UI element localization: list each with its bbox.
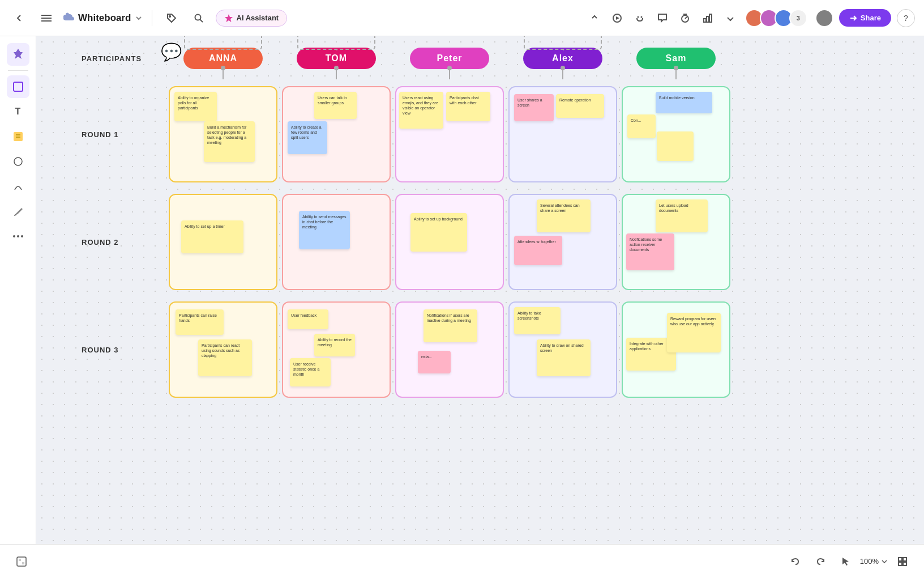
tom-round2-cell: Ability to send messages in chat before … — [282, 194, 391, 290]
cursor-button[interactable] — [835, 551, 855, 572]
help-label: ? — [904, 14, 908, 23]
note[interactable]: Ability to organize polls for all partic… — [174, 92, 217, 121]
note[interactable]: nsta... — [418, 351, 451, 373]
sidebar-logo[interactable] — [7, 43, 29, 66]
sidebar-more[interactable] — [7, 225, 29, 248]
reactions-button[interactable] — [630, 8, 650, 28]
note[interactable]: Remote operation — [556, 94, 604, 118]
timer-button[interactable] — [675, 8, 695, 28]
draw-icon — [12, 206, 24, 217]
participant-tom: TOM — [280, 48, 393, 69]
column-alex: User shares a screen Remote operation Se… — [506, 86, 619, 398]
note[interactable]: Participants chat with each other — [446, 92, 490, 121]
note[interactable]: Several attendees can share a screen — [537, 199, 591, 232]
sidebar-text[interactable]: T — [7, 100, 29, 123]
svg-rect-35 — [22, 562, 24, 564]
sidebar-sticky[interactable] — [7, 125, 29, 148]
back-button[interactable] — [9, 8, 29, 28]
tom-round3-cell: User feedback Ability to record the meet… — [282, 301, 391, 398]
menu-button[interactable] — [36, 8, 57, 28]
note[interactable]: Notifications if users are inactive duri… — [424, 309, 477, 342]
sidebar-shapes[interactable] — [7, 150, 29, 173]
note[interactable]: Build a mechanism for selecting people f… — [204, 121, 255, 162]
divider-1 — [152, 10, 152, 26]
note[interactable]: Let users upload documents — [656, 199, 708, 232]
chart-button[interactable] — [698, 8, 718, 28]
redo-button[interactable] — [810, 551, 831, 572]
note[interactable]: Ability to record the meeting — [314, 334, 355, 356]
participants-label: PARTICIPANTS — [82, 54, 166, 63]
whiteboard-title[interactable]: Whiteboard — [63, 12, 143, 24]
topbar: Whiteboard AI Assistant — [0, 0, 924, 36]
tag-button[interactable] — [161, 8, 182, 28]
whiteboard-label: Whiteboard — [78, 12, 131, 24]
sidebar-select[interactable] — [7, 75, 29, 98]
svg-marker-36 — [842, 558, 849, 566]
note[interactable]: Ability to draw on shared screen — [537, 339, 591, 376]
text-icon: T — [15, 107, 21, 117]
note[interactable]: Users can talk in smaller groups — [314, 92, 357, 119]
search-button[interactable] — [189, 8, 209, 28]
note[interactable]: Ability to set up background — [410, 213, 467, 252]
round1-label: ROUND 1 — [82, 86, 166, 182]
column-anna: Ability to organize polls for all partic… — [166, 86, 280, 398]
cloud-icon — [63, 12, 75, 24]
svg-rect-37 — [899, 558, 902, 561]
map-button[interactable] — [11, 551, 32, 572]
note[interactable]: Notifications some action receiver docum… — [626, 233, 674, 270]
participants-chips: ANNA TOM Peter — [166, 48, 733, 69]
chat-button[interactable] — [652, 8, 673, 28]
note[interactable]: User shares a screen — [514, 94, 554, 121]
anna-dashed-box — [183, 36, 263, 50]
share-button[interactable]: Share — [839, 9, 891, 27]
sidebar-pen[interactable] — [7, 175, 29, 198]
column-sam: Build mobile version Con... Let users up… — [619, 86, 733, 398]
pen-icon — [12, 181, 24, 192]
left-sidebar: T — [0, 36, 36, 578]
svg-rect-38 — [903, 558, 906, 561]
svg-point-21 — [14, 158, 22, 165]
current-user-avatar — [815, 9, 833, 27]
note[interactable]: Users react using emojis, and they are v… — [399, 92, 443, 129]
sidebar-draw[interactable] — [7, 200, 29, 223]
fit-button[interactable] — [892, 551, 913, 572]
zoom-dropdown-icon — [881, 558, 888, 565]
more-tools-button[interactable] — [720, 8, 741, 28]
note[interactable]: User feedback — [288, 309, 328, 329]
note[interactable]: Ability to create a few rooms and split … — [288, 121, 327, 154]
note[interactable]: Participants can react using sounds such… — [198, 339, 252, 376]
note[interactable]: Ability to set up a timer — [181, 220, 243, 253]
note[interactable]: Build mobile version — [656, 92, 712, 113]
alex-round1-cell: User shares a screen Remote operation — [508, 86, 617, 182]
expand-button[interactable] — [584, 8, 605, 28]
bottombar: 100% — [0, 544, 924, 578]
play-button[interactable] — [607, 8, 627, 28]
more-icon — [13, 235, 23, 237]
svg-rect-26 — [185, 36, 262, 49]
peter-pin — [449, 68, 450, 79]
map-icon — [16, 556, 27, 567]
note[interactable]: Con... — [627, 114, 656, 138]
anna-pin — [223, 68, 224, 79]
help-button[interactable]: ? — [897, 9, 915, 27]
column-tom: Users can talk in smaller groups Ability… — [280, 86, 393, 398]
svg-line-5 — [200, 19, 203, 22]
note[interactable] — [657, 131, 694, 161]
canvas[interactable]: PARTICIPANTS ANNA — [36, 36, 924, 544]
zoom-control[interactable]: 100% — [860, 557, 888, 566]
svg-rect-14 — [704, 19, 706, 22]
undo-button[interactable] — [785, 551, 806, 572]
note[interactable]: Reward program for users who use our app… — [667, 313, 721, 352]
shapes-icon — [12, 156, 24, 167]
svg-rect-28 — [298, 36, 375, 49]
ai-assistant-button[interactable]: AI Assistant — [216, 10, 288, 27]
note[interactable]: User receive statistic once a month — [290, 358, 331, 386]
svg-point-25 — [21, 235, 23, 237]
note[interactable]: Attendees w. together — [514, 236, 562, 265]
svg-rect-17 — [14, 82, 23, 91]
topbar-right: 3 Share ? — [745, 9, 915, 27]
note[interactable]: Participants can raise hands — [176, 309, 224, 335]
note[interactable]: Ability to send messages in chat before … — [299, 211, 350, 249]
zoom-level: 100% — [860, 557, 879, 566]
note[interactable]: Ability to take screenshots — [514, 307, 561, 334]
